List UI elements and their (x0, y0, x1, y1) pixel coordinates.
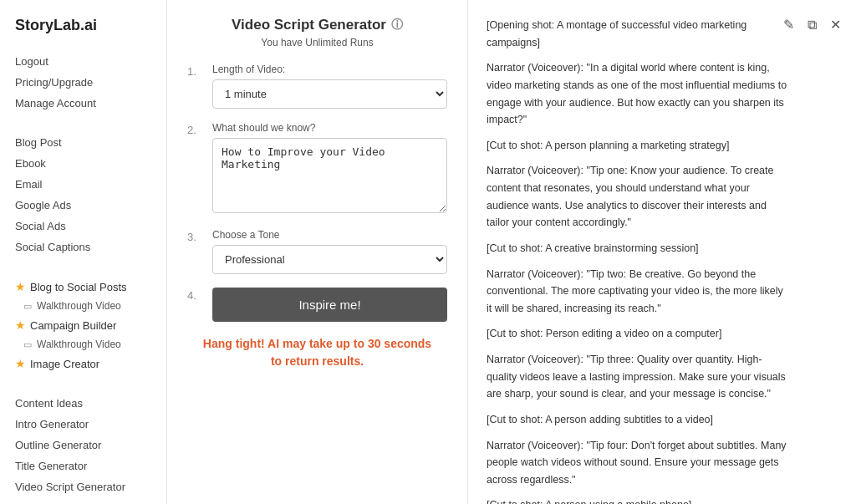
sidebar-subitem-walkthrough-campaign[interactable]: ▭ Walkthrough Video (15, 336, 151, 353)
unlimited-runs-label: You have Unlimited Runs (187, 37, 447, 48)
sidebar-item-content-ideas[interactable]: Content Ideas (15, 393, 151, 414)
top-nav-section: Logout Pricing/Upgrade Manage Account (0, 51, 166, 114)
output-paragraph: [Cut to shot: A creative brainstorming s… (487, 240, 787, 257)
output-paragraph: Narrator (Voiceover): "In a digital worl… (487, 59, 787, 129)
edit-output-button[interactable]: ✎ (780, 15, 797, 34)
inspire-button[interactable]: Inspire me! (212, 288, 447, 322)
step-number-4: 4. (187, 288, 204, 302)
output-text: [Opening shot: A montage of successful v… (487, 17, 838, 504)
step-3: 3. Choose a Tone Professional Casual Fri… (187, 229, 447, 274)
sidebar-item-google-ads[interactable]: Google Ads (15, 195, 151, 216)
step-1: 1. Length of Video: 1 minute 2 minutes 3… (187, 64, 447, 109)
video-length-select[interactable]: 1 minute 2 minutes 3 minutes 5 minutes 1… (212, 79, 447, 109)
step-3-label: Choose a Tone (212, 229, 447, 241)
output-paragraph: [Cut to shot: A person adding subtitles … (487, 411, 787, 429)
logo: StoryLab.ai (0, 17, 166, 51)
step-number-3: 3. (187, 229, 204, 243)
sidebar-item-blog-to-social[interactable]: ★ Blog to Social Posts (15, 276, 151, 298)
sidebar-item-outline-generator[interactable]: Outline Generator (15, 435, 151, 456)
step-number-2: 2. (187, 122, 204, 136)
main-nav-section: Blog Post Ebook Email Google Ads Social … (0, 132, 166, 257)
output-paragraph: Narrator (Voiceover): "Tip one: Know you… (487, 162, 787, 232)
output-paragraph: [Cut to shot: Person editing a video on … (487, 325, 787, 343)
sidebar-item-title-generator[interactable]: Title Generator (15, 456, 151, 476)
star-icon-campaign: ★ (15, 318, 26, 332)
main-content: Video Script Generator ⓘ You have Unlimi… (167, 0, 856, 504)
sidebar-item-blog-post[interactable]: Blog Post (15, 132, 151, 153)
what-should-we-know-input[interactable]: How to Improve your Video Marketing (212, 138, 447, 213)
sidebar-item-image-creator[interactable]: ★ Image Creator (15, 353, 151, 374)
output-paragraph: Narrator (Voiceover): "Tip three: Qualit… (487, 351, 787, 403)
star-icon-blog: ★ (15, 280, 26, 293)
step-2: 2. What should we know? How to Improve y… (187, 122, 447, 216)
output-panel: ✎ ⧉ ✕ [Opening shot: A montage of succes… (468, 0, 856, 504)
output-actions: ✎ ⧉ ✕ (780, 15, 844, 34)
step-2-label: What should we know? (212, 122, 447, 134)
sidebar-item-email[interactable]: Email (15, 174, 151, 195)
sidebar-item-pricing[interactable]: Pricing/Upgrade (15, 72, 151, 93)
step-number-1: 1. (187, 64, 204, 78)
sidebar-item-manage-account[interactable]: Manage Account (15, 93, 151, 114)
form-panel: Video Script Generator ⓘ You have Unlimi… (167, 0, 468, 504)
sidebar-item-logout[interactable]: Logout (15, 51, 151, 72)
star-icon-image: ★ (15, 357, 26, 370)
page-title: Video Script Generator ⓘ (187, 17, 447, 33)
output-paragraph: [Opening shot: A montage of successful v… (487, 17, 787, 51)
tone-select[interactable]: Professional Casual Friendly Humorous Fo… (212, 245, 447, 274)
step-1-label: Length of Video: (212, 64, 447, 75)
info-icon[interactable]: ⓘ (391, 18, 403, 33)
starred-nav-section: ★ Blog to Social Posts ▭ Walkthrough Vid… (0, 276, 166, 374)
sidebar-subitem-walkthrough-blog[interactable]: ▭ Walkthrough Video (15, 298, 151, 314)
video-icon: ▭ (23, 301, 32, 312)
output-paragraph: Narrator (Voiceover): "Tip four: Don't f… (487, 437, 787, 489)
step-4-content: Inspire me! (212, 288, 447, 322)
step-3-content: Choose a Tone Professional Casual Friend… (212, 229, 447, 274)
bottom-nav-section: Content Ideas Intro Generator Outline Ge… (0, 393, 166, 497)
output-paragraph: [Cut to shot: A person planning a market… (487, 137, 787, 155)
sidebar-item-social-ads[interactable]: Social Ads (15, 216, 151, 237)
loading-text: Hang tight! AI may take up to 30 seconds… (187, 335, 447, 370)
sidebar-item-video-script-generator[interactable]: Video Script Generator (15, 476, 151, 497)
sidebar-item-ebook[interactable]: Ebook (15, 153, 151, 174)
sidebar-item-intro-generator[interactable]: Intro Generator (15, 414, 151, 435)
sidebar: StoryLab.ai Logout Pricing/Upgrade Manag… (0, 0, 167, 504)
step-2-content: What should we know? How to Improve your… (212, 122, 447, 216)
output-paragraph: [Cut to shot: A person using a mobile ph… (487, 496, 787, 504)
sidebar-item-campaign-builder[interactable]: ★ Campaign Builder (15, 314, 151, 336)
step-1-content: Length of Video: 1 minute 2 minutes 3 mi… (212, 64, 447, 109)
copy-output-button[interactable]: ⧉ (804, 16, 820, 34)
step-4: 4. Inspire me! (187, 288, 447, 322)
sidebar-item-social-captions[interactable]: Social Captions (15, 237, 151, 257)
close-output-button[interactable]: ✕ (827, 15, 844, 34)
video-icon-2: ▭ (23, 339, 32, 350)
output-paragraph: Narrator (Voiceover): "Tip two: Be creat… (487, 266, 787, 318)
